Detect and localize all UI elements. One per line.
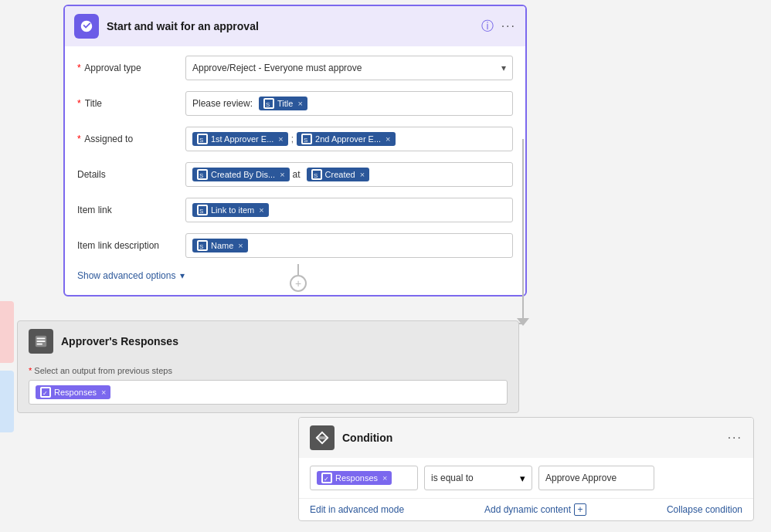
item-link-desc-value[interactable]: S Name × xyxy=(185,233,513,258)
assigned-token-1: S 1st Approver E... × xyxy=(192,132,288,146)
svg-text:S: S xyxy=(266,101,270,107)
dropdown-arrow: ▾ xyxy=(501,63,506,73)
item-link-token-close[interactable]: × xyxy=(259,205,263,215)
svg-rect-15 xyxy=(37,338,46,340)
show-advanced-label: Show advanced options xyxy=(77,270,175,281)
svg-text:✓: ✓ xyxy=(42,390,48,396)
details-token-1-close[interactable]: × xyxy=(280,170,284,179)
responses-select-label: * Select an output from previous steps xyxy=(29,366,508,375)
details-token-1: S Created By Dis... × xyxy=(192,168,290,181)
details-token-2-icon: S xyxy=(311,169,322,180)
item-link-row: Item link S Link to item × xyxy=(77,196,513,224)
assigned-token-2: S 2nd Approver E... × xyxy=(297,132,395,146)
condition-value-box[interactable]: ✓ Responses × xyxy=(310,466,418,490)
connector-area: + xyxy=(290,264,307,292)
assigned-to-value[interactable]: S 1st Approver E... × ; S 2nd Approver E… xyxy=(185,127,513,151)
condition-responses-token-icon: ✓ xyxy=(321,473,332,483)
info-icon[interactable]: ⓘ xyxy=(481,19,494,35)
svg-rect-17 xyxy=(37,344,42,345)
condition-footer: Edit in advanced mode Add dynamic conten… xyxy=(299,498,753,520)
add-dynamic-content-label: Add dynamic content xyxy=(484,504,571,515)
assigned-token-1-icon: S xyxy=(197,134,208,144)
item-link-label: Item link xyxy=(77,205,185,215)
details-value[interactable]: S Created By Dis... × at S Created × xyxy=(185,162,513,187)
assigned-token-2-close[interactable]: × xyxy=(386,134,390,144)
condition-responses-token: ✓ Responses × xyxy=(317,471,392,485)
svg-text:S: S xyxy=(199,137,203,143)
card-title: Start and wait for an approval xyxy=(107,20,474,32)
card-body: * Approval type Approve/Reject - Everyon… xyxy=(65,46,525,295)
add-dynamic-icon: + xyxy=(574,503,586,516)
item-link-desc-label: Item link description xyxy=(77,240,185,251)
responses-header: Approver's Responses xyxy=(18,321,518,361)
svg-text:S: S xyxy=(314,172,318,178)
edit-advanced-link[interactable]: Edit in advanced mode xyxy=(310,504,404,515)
condition-operator-chevron: ▾ xyxy=(520,473,525,484)
card-header: Start and wait for an approval ⓘ ··· xyxy=(65,6,525,46)
svg-text:S: S xyxy=(199,172,203,178)
condition-operator-dropdown[interactable]: is equal to ▾ xyxy=(424,466,532,490)
left-bar-blue xyxy=(0,371,14,432)
show-advanced-chevron: ▾ xyxy=(180,270,185,281)
title-token: S Title × xyxy=(259,97,307,110)
title-row: * Title Please review: S Title × xyxy=(77,90,513,117)
assigned-token-1-close[interactable]: × xyxy=(278,134,283,144)
condition-icon xyxy=(310,425,335,450)
responses-body: * Select an output from previous steps ✓… xyxy=(18,361,518,412)
approval-type-label: * Approval type xyxy=(77,63,185,73)
responses-token: ✓ Responses × xyxy=(36,385,110,399)
responses-field[interactable]: ✓ Responses × xyxy=(29,380,508,405)
approval-type-value: Approve/Reject - Everyone must approve xyxy=(192,63,362,73)
details-label: Details xyxy=(77,169,185,180)
collapse-condition-link[interactable]: Collapse condition xyxy=(667,504,742,515)
responses-token-icon: ✓ xyxy=(40,387,51,398)
svg-text:S: S xyxy=(199,243,203,249)
condition-card: Condition ··· ✓ Responses × is equal to … xyxy=(298,417,754,521)
assigned-to-row: * Assigned to S 1st Approver E... × ; xyxy=(77,125,513,153)
condition-more-icon[interactable]: ··· xyxy=(728,431,742,445)
more-icon[interactable]: ··· xyxy=(501,19,516,33)
condition-header: Condition ··· xyxy=(299,418,753,458)
responses-title: Approver's Responses xyxy=(61,335,508,347)
details-separator: at xyxy=(293,169,301,180)
long-line-vertical xyxy=(522,139,524,324)
condition-responses-token-close[interactable]: × xyxy=(382,473,387,483)
title-label: * Title xyxy=(77,98,185,109)
responses-section: Approver's Responses * Select an output … xyxy=(17,320,519,413)
approval-icon xyxy=(74,14,99,39)
svg-text:S: S xyxy=(304,137,307,143)
add-step-button[interactable]: + xyxy=(290,275,307,292)
approval-type-dropdown[interactable]: Approve/Reject - Everyone must approve ▾ xyxy=(185,56,513,80)
responses-icon xyxy=(29,329,53,354)
item-link-value[interactable]: S Link to item × xyxy=(185,198,513,222)
item-link-token: S Link to item × xyxy=(192,203,269,217)
details-row: Details S Created By Dis... × at S xyxy=(77,161,513,188)
condition-result-value: Approve Approve xyxy=(545,473,616,483)
condition-title: Condition xyxy=(342,432,720,444)
approval-card: Start and wait for an approval ⓘ ··· * A… xyxy=(63,5,527,296)
svg-text:S: S xyxy=(199,208,203,214)
condition-result-box[interactable]: Approve Approve xyxy=(538,466,654,490)
title-token-icon: S xyxy=(263,98,274,109)
details-token-2-close[interactable]: × xyxy=(360,170,365,179)
add-dynamic-content-button[interactable]: Add dynamic content + xyxy=(484,503,586,516)
token-separator-1: ; xyxy=(291,134,294,144)
item-link-token-icon: S xyxy=(197,205,208,215)
svg-text:✓: ✓ xyxy=(324,476,329,482)
responses-token-close[interactable]: × xyxy=(101,388,106,397)
assigned-to-label: * Assigned to xyxy=(77,134,185,144)
approval-type-row: * Approval type Approve/Reject - Everyon… xyxy=(77,54,513,82)
details-token-1-icon: S xyxy=(197,169,208,180)
condition-operator-label: is equal to xyxy=(431,473,474,483)
left-bar-pink xyxy=(0,301,14,363)
title-token-close[interactable]: × xyxy=(297,99,302,108)
condition-body: ✓ Responses × is equal to ▾ Approve Appr… xyxy=(299,458,753,498)
connector-line-top xyxy=(297,264,299,275)
item-link-desc-row: Item link description S Name × xyxy=(77,232,513,259)
item-link-desc-token-close[interactable]: × xyxy=(238,241,243,250)
item-link-desc-token: S Name × xyxy=(192,239,248,252)
item-link-desc-token-icon: S xyxy=(197,240,208,251)
title-value[interactable]: Please review: S Title × xyxy=(185,91,513,116)
approval-svg-icon xyxy=(80,19,93,33)
assigned-token-2-icon: S xyxy=(301,134,312,144)
